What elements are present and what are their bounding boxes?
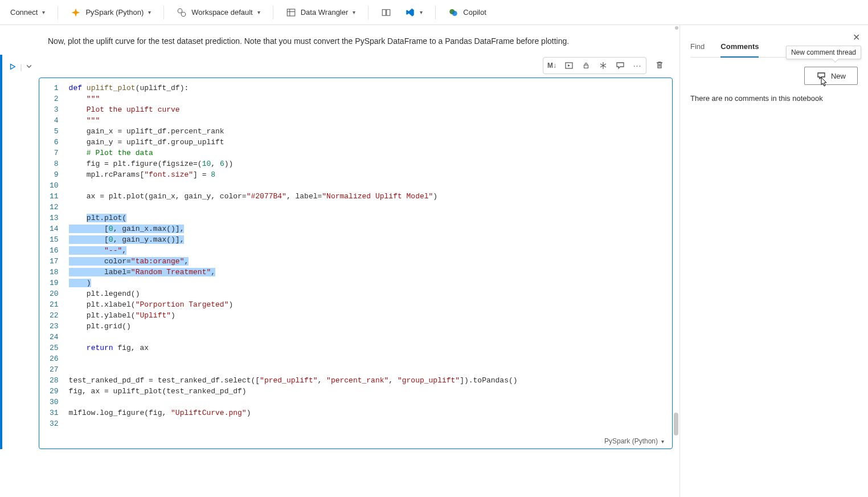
code-area[interactable]: 1234567891011121314151617181920212223242… <box>39 78 672 434</box>
separator <box>368 6 369 19</box>
copilot-icon <box>448 7 458 18</box>
workspace-icon <box>177 7 187 18</box>
code-content[interactable]: def uplift_plot(uplift_df): """ Plot the… <box>69 83 672 429</box>
layout-button[interactable] <box>375 4 397 21</box>
line-numbers: 1234567891011121314151617181920212223242… <box>39 83 69 429</box>
lock-button[interactable] <box>578 58 595 74</box>
connect-label: Connect <box>10 8 38 17</box>
comments-panel: ✕ New comment thread Find Comments New T… <box>680 25 868 497</box>
tab-find[interactable]: Find <box>690 38 705 57</box>
svg-rect-6 <box>387 9 390 15</box>
notebook-area[interactable]: Now, plot the uplift curve for the test … <box>0 25 680 497</box>
vscode-button[interactable]: ▾ <box>399 4 428 21</box>
copilot-label: Copilot <box>463 8 486 17</box>
runtime-dropdown[interactable]: PySpark (Python) ▾ <box>65 4 157 21</box>
scrollbar[interactable] <box>672 25 679 497</box>
separator <box>435 6 436 19</box>
tab-comments[interactable]: Comments <box>720 38 759 58</box>
cell-footer: PySpark (Python) ▾ <box>39 434 672 449</box>
svg-point-8 <box>452 11 457 16</box>
svg-point-0 <box>178 9 183 13</box>
expand-cell-button[interactable] <box>26 63 32 71</box>
code-cell[interactable]: 1234567891011121314151617181920212223242… <box>39 78 673 449</box>
copilot-button[interactable]: Copilot <box>443 4 492 21</box>
svg-rect-5 <box>383 9 386 15</box>
top-toolbar: Connect ▾ PySpark (Python) ▾ Workspace d… <box>0 0 868 25</box>
delete-cell-button[interactable] <box>651 57 668 73</box>
layout-icon <box>381 7 391 18</box>
run-cell-button[interactable] <box>9 63 17 72</box>
svg-rect-10 <box>584 65 588 68</box>
convert-markdown-button[interactable]: M↓ <box>543 58 560 74</box>
cell-gutter: | <box>2 55 39 449</box>
cell-language-label[interactable]: PySpark (Python) <box>604 437 658 445</box>
runtime-label: PySpark (Python) <box>85 8 144 17</box>
scroll-thumb[interactable] <box>674 413 678 435</box>
empty-comments-message: There are no comments in this notebook <box>690 94 858 103</box>
cell-toolbar: M↓ ··· <box>39 55 673 78</box>
cursor-pointer-icon <box>820 76 829 88</box>
wrangler-label: Data Wrangler <box>301 8 349 17</box>
svg-rect-2 <box>287 9 295 16</box>
close-panel-button[interactable]: ✕ <box>853 32 860 43</box>
chevron-down-icon: ▾ <box>353 9 355 15</box>
connect-button[interactable]: Connect ▾ <box>5 5 51 20</box>
separator <box>58 6 58 19</box>
main-area: Now, plot the uplift curve for the test … <box>0 25 868 497</box>
cell-body: M↓ ··· 123456789101112131415161718192021… <box>39 55 673 449</box>
new-label: New <box>831 72 846 80</box>
run-below-button[interactable] <box>560 58 578 74</box>
more-button[interactable]: ··· <box>629 58 646 74</box>
separator <box>273 6 273 19</box>
markdown-description: Now, plot the uplift curve for the test … <box>0 36 673 55</box>
table-icon <box>286 7 296 18</box>
chevron-down-icon: ▾ <box>148 9 151 15</box>
chevron-down-icon: ▾ <box>420 9 423 15</box>
code-cell-wrapper: | M↓ ··· <box>0 55 673 449</box>
new-comment-tooltip: New comment thread <box>786 46 861 59</box>
workspace-label: Workspace default <box>191 8 252 17</box>
chevron-down-icon: ▾ <box>42 9 45 15</box>
cell-divider: | <box>20 63 22 71</box>
cell-toolbar-group: M↓ ··· <box>543 57 646 74</box>
workspace-dropdown[interactable]: Workspace default ▾ <box>171 4 265 21</box>
svg-point-1 <box>182 12 186 17</box>
chevron-down-icon[interactable]: ▾ <box>661 438 664 445</box>
freeze-button[interactable] <box>595 58 612 74</box>
chevron-down-icon: ▾ <box>257 9 260 15</box>
spark-icon <box>71 7 81 18</box>
new-button-wrap: New <box>690 67 858 85</box>
comment-button[interactable] <box>612 58 629 74</box>
scroll-thumb-up[interactable] <box>675 26 678 30</box>
separator <box>163 6 164 19</box>
data-wrangler-dropdown[interactable]: Data Wrangler ▾ <box>280 4 362 21</box>
vscode-icon <box>405 7 415 18</box>
new-comment-button[interactable]: New <box>804 67 858 85</box>
